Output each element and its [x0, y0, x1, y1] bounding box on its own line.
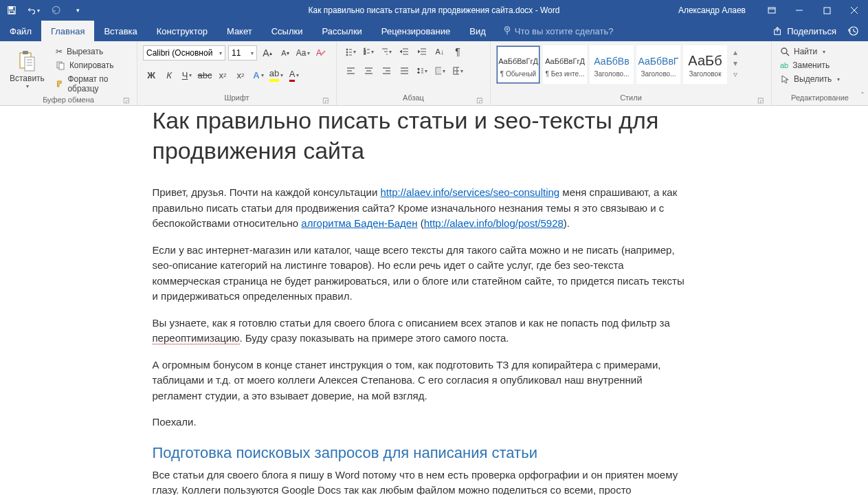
style-item-4[interactable]: АаБбЗаголовок: [683, 45, 727, 84]
decrease-indent-icon[interactable]: [396, 44, 412, 59]
font-dialog-icon[interactable]: ◲: [321, 96, 329, 104]
superscript-icon[interactable]: x2: [232, 67, 249, 82]
paragraph-dialog-icon[interactable]: ◲: [475, 96, 483, 104]
show-marks-icon[interactable]: ¶: [449, 44, 466, 59]
cut-button[interactable]: ✂Вырезать: [53, 45, 131, 58]
spelling-error[interactable]: переоптимизацию: [153, 332, 240, 344]
styles-dialog-icon[interactable]: ◲: [756, 96, 764, 104]
style-name: ¶ Обычный: [500, 70, 536, 78]
heading-2[interactable]: Подготовка поисковых запросов для написа…: [153, 444, 689, 462]
document-scroll[interactable]: Как правильно писать статьи и seo-тексты…: [0, 106, 868, 495]
group-editing: Найти▾ abЗаменить Выделить▾ Редактирован…: [772, 41, 868, 105]
tab-file[interactable]: Файл: [0, 21, 41, 41]
paragraph-3[interactable]: Вы узнаете, как я готовлю статьи для сво…: [153, 316, 689, 346]
numbering-icon[interactable]: 12▾: [360, 44, 377, 59]
close-icon[interactable]: [841, 0, 868, 21]
undo-icon[interactable]: ▾: [27, 4, 40, 16]
change-case-icon[interactable]: Aa▾: [296, 45, 311, 60]
tab-layout[interactable]: Макет: [217, 21, 262, 41]
share-button[interactable]: Поделиться: [773, 26, 836, 36]
styles-group-label: Стили: [620, 94, 642, 102]
style-preview: АаБбВвГгД: [498, 52, 538, 70]
sort-icon[interactable]: A↓: [432, 44, 448, 59]
tab-review[interactable]: Рецензирование: [372, 21, 460, 41]
style-item-2[interactable]: АаБбВвЗаголово...: [590, 45, 634, 84]
multilevel-icon[interactable]: ▾: [378, 44, 394, 59]
increase-indent-icon[interactable]: [414, 44, 430, 59]
tell-me-search[interactable]: Что вы хотите сделать?: [496, 21, 621, 41]
tab-insert[interactable]: Вставка: [94, 21, 146, 41]
clear-format-icon[interactable]: A: [313, 45, 329, 60]
italic-icon[interactable]: К: [161, 67, 177, 82]
find-button[interactable]: Найти▾: [777, 45, 863, 58]
replace-button[interactable]: abЗаменить: [777, 59, 863, 72]
style-item-1[interactable]: АаБбВвГгД¶ Без инте...: [543, 45, 587, 84]
line-spacing-icon[interactable]: ▾: [414, 63, 430, 78]
highlight-icon[interactable]: ab▾: [268, 67, 285, 82]
copy-button[interactable]: Копировать: [53, 59, 131, 72]
underline-icon[interactable]: Ч▾: [179, 67, 195, 82]
qat-customize-icon[interactable]: ▾: [71, 4, 84, 16]
paragraph-4[interactable]: А огромным бонусом в конце станет инстру…: [153, 358, 689, 404]
format-painter-label: Формат по образцу: [67, 74, 129, 94]
redo-icon[interactable]: [49, 4, 62, 16]
link-post[interactable]: http://alaev.info/blog/post/5928: [424, 217, 564, 229]
style-item-3[interactable]: АаБбВвГЗаголово...: [636, 45, 680, 84]
history-icon[interactable]: [845, 24, 861, 38]
style-item-0[interactable]: АаБбВвГгД¶ Обычный: [496, 45, 540, 84]
ribbon-display-icon[interactable]: [758, 0, 786, 21]
align-right-icon[interactable]: [378, 63, 394, 78]
paste-button[interactable]: Вставить ▾: [5, 49, 49, 91]
paragraph-1[interactable]: Привет, друзья. Почти на каждой консульт…: [153, 185, 689, 232]
styles-expand-icon[interactable]: ▿: [730, 69, 741, 80]
align-center-icon[interactable]: [360, 63, 377, 78]
collapse-ribbon-icon[interactable]: ˆ: [861, 91, 864, 101]
font-size-combo[interactable]: 11▾: [228, 45, 257, 60]
bold-icon[interactable]: Ж: [143, 67, 159, 82]
align-left-icon[interactable]: [342, 63, 359, 78]
font-group-label: Шрифт: [224, 94, 249, 102]
select-button[interactable]: Выделить▾: [777, 73, 863, 85]
paragraph-5[interactable]: Поехали.: [153, 415, 689, 430]
bullets-icon[interactable]: ▾: [342, 44, 359, 59]
grow-font-icon[interactable]: A▴: [260, 45, 275, 60]
shading-icon[interactable]: ▾: [432, 63, 448, 78]
user-name[interactable]: Александр Алаев: [666, 6, 758, 15]
clipboard-dialog-icon[interactable]: ◲: [122, 96, 130, 104]
borders-icon[interactable]: ▾: [449, 63, 466, 78]
minimize-icon[interactable]: [786, 0, 813, 21]
svg-rect-20: [59, 63, 64, 69]
text: Вы узнаете, как я готовлю статьи для сво…: [153, 317, 670, 329]
justify-icon[interactable]: [396, 63, 412, 78]
strikethrough-icon[interactable]: abc: [197, 67, 213, 82]
format-painter-button[interactable]: Формат по образцу: [53, 73, 131, 95]
document-title: Как правильно писать статьи для продвиже…: [309, 6, 560, 15]
text-effects-icon[interactable]: A▾: [250, 67, 267, 82]
font-name-combo[interactable]: Calibri (Основной▾: [143, 45, 225, 60]
tab-design[interactable]: Конструктор: [147, 21, 217, 41]
paste-label: Вставить: [10, 74, 45, 83]
paragraph-2[interactable]: Если у вас интернет-магазин или каталог,…: [153, 243, 689, 305]
group-styles: АаБбВвГгД¶ ОбычныйАаБбВвГгД¶ Без инте...…: [491, 41, 772, 105]
tab-references[interactable]: Ссылки: [262, 21, 313, 41]
maximize-icon[interactable]: [813, 0, 841, 21]
titlebar: ▾ ▾ Как правильно писать статьи для прод…: [0, 0, 868, 21]
svg-rect-6: [824, 8, 830, 14]
styles-scroll-up-icon[interactable]: ▴: [730, 47, 741, 58]
heading-title[interactable]: Как правильно писать статьи и seo-тексты…: [153, 106, 689, 166]
save-icon[interactable]: [5, 4, 18, 16]
page[interactable]: Как правильно писать статьи и seo-тексты…: [153, 106, 716, 495]
link-baden[interactable]: алгоритма Баден-Баден: [301, 217, 417, 229]
copy-label: Копировать: [69, 60, 114, 70]
tab-view[interactable]: Вид: [460, 21, 496, 41]
tab-home[interactable]: Главная: [41, 21, 94, 41]
tab-mailings[interactable]: Рассылки: [312, 21, 371, 41]
subscript-icon[interactable]: x2: [214, 67, 231, 82]
shrink-font-icon[interactable]: A▾: [278, 45, 293, 60]
svg-rect-15: [25, 57, 34, 71]
link-consulting[interactable]: http://alaev.info/services/seo-consultin…: [380, 186, 559, 198]
styles-scroll-down-icon[interactable]: ▾: [730, 58, 741, 69]
font-color-icon[interactable]: A▾: [286, 67, 302, 82]
style-name: Заголовок: [689, 70, 721, 78]
paragraph-6[interactable]: Все статьи для своего блога я пишу в Wor…: [153, 468, 689, 495]
